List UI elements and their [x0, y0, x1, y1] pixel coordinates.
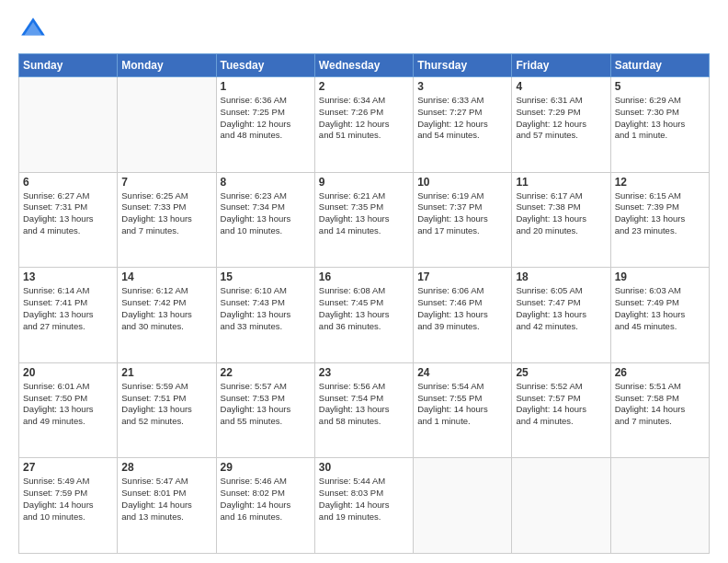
calendar-cell [118, 77, 216, 173]
day-number: 15 [221, 270, 311, 283]
day-info: Sunrise: 6:29 AM Sunset: 7:30 PM Dayligh… [615, 95, 705, 142]
day-info: Sunrise: 6:01 AM Sunset: 7:50 PM Dayligh… [23, 381, 113, 428]
calendar-cell: 29Sunrise: 5:46 AM Sunset: 8:02 PM Dayli… [216, 458, 314, 554]
calendar-cell: 21Sunrise: 5:59 AM Sunset: 7:51 PM Dayli… [118, 362, 216, 458]
calendar-week-row: 13Sunrise: 6:14 AM Sunset: 7:41 PM Dayli… [19, 268, 710, 363]
weekday-header: Saturday [610, 54, 709, 77]
calendar-cell: 24Sunrise: 5:54 AM Sunset: 7:55 PM Dayli… [414, 362, 512, 458]
day-info: Sunrise: 6:06 AM Sunset: 7:46 PM Dayligh… [417, 285, 507, 332]
day-info: Sunrise: 5:44 AM Sunset: 8:03 PM Dayligh… [319, 476, 409, 523]
calendar-week-row: 27Sunrise: 5:49 AM Sunset: 7:59 PM Dayli… [19, 458, 710, 554]
calendar-cell: 28Sunrise: 5:47 AM Sunset: 8:01 PM Dayli… [118, 458, 216, 554]
calendar-cell [19, 77, 118, 173]
calendar-week-row: 1Sunrise: 6:36 AM Sunset: 7:25 PM Daylig… [19, 77, 710, 173]
calendar-cell: 26Sunrise: 5:51 AM Sunset: 7:58 PM Dayli… [610, 362, 709, 458]
day-number: 30 [319, 461, 409, 474]
day-number: 21 [121, 366, 211, 379]
day-number: 24 [417, 366, 507, 379]
logo [18, 15, 51, 44]
day-info: Sunrise: 5:54 AM Sunset: 7:55 PM Dayligh… [417, 381, 507, 428]
day-number: 28 [121, 461, 211, 474]
calendar-cell: 12Sunrise: 6:15 AM Sunset: 7:39 PM Dayli… [610, 172, 709, 268]
calendar-cell: 8Sunrise: 6:23 AM Sunset: 7:34 PM Daylig… [216, 172, 314, 268]
calendar-cell: 5Sunrise: 6:29 AM Sunset: 7:30 PM Daylig… [610, 77, 709, 173]
day-number: 1 [221, 80, 311, 93]
day-info: Sunrise: 6:36 AM Sunset: 7:25 PM Dayligh… [221, 95, 311, 142]
day-number: 27 [23, 461, 113, 474]
day-number: 25 [516, 366, 606, 379]
calendar: SundayMondayTuesdayWednesdayThursdayFrid… [18, 53, 710, 554]
calendar-week-row: 20Sunrise: 6:01 AM Sunset: 7:50 PM Dayli… [19, 362, 710, 458]
day-number: 17 [417, 270, 507, 283]
day-info: Sunrise: 5:59 AM Sunset: 7:51 PM Dayligh… [121, 381, 211, 428]
calendar-cell: 11Sunrise: 6:17 AM Sunset: 7:38 PM Dayli… [512, 172, 610, 268]
day-info: Sunrise: 6:08 AM Sunset: 7:45 PM Dayligh… [319, 285, 409, 332]
day-info: Sunrise: 6:25 AM Sunset: 7:33 PM Dayligh… [121, 190, 211, 237]
day-info: Sunrise: 6:03 AM Sunset: 7:49 PM Dayligh… [615, 285, 705, 332]
calendar-cell: 27Sunrise: 5:49 AM Sunset: 7:59 PM Dayli… [19, 458, 118, 554]
day-number: 13 [23, 270, 113, 283]
weekday-header: Friday [512, 54, 610, 77]
calendar-cell: 1Sunrise: 6:36 AM Sunset: 7:25 PM Daylig… [216, 77, 314, 173]
day-number: 8 [221, 176, 311, 189]
calendar-cell: 19Sunrise: 6:03 AM Sunset: 7:49 PM Dayli… [610, 268, 709, 363]
day-info: Sunrise: 5:46 AM Sunset: 8:02 PM Dayligh… [221, 476, 311, 523]
calendar-cell: 7Sunrise: 6:25 AM Sunset: 7:33 PM Daylig… [118, 172, 216, 268]
day-info: Sunrise: 6:27 AM Sunset: 7:31 PM Dayligh… [23, 190, 113, 237]
calendar-cell: 4Sunrise: 6:31 AM Sunset: 7:29 PM Daylig… [512, 77, 610, 173]
calendar-cell: 13Sunrise: 6:14 AM Sunset: 7:41 PM Dayli… [19, 268, 118, 363]
day-info: Sunrise: 5:57 AM Sunset: 7:53 PM Dayligh… [221, 381, 311, 428]
day-info: Sunrise: 6:19 AM Sunset: 7:37 PM Dayligh… [417, 190, 507, 237]
day-info: Sunrise: 6:17 AM Sunset: 7:38 PM Dayligh… [516, 190, 606, 237]
day-info: Sunrise: 6:23 AM Sunset: 7:34 PM Dayligh… [221, 190, 311, 237]
day-info: Sunrise: 6:05 AM Sunset: 7:47 PM Dayligh… [516, 285, 606, 332]
header [18, 15, 710, 44]
day-number: 9 [319, 176, 409, 189]
calendar-cell: 17Sunrise: 6:06 AM Sunset: 7:46 PM Dayli… [414, 268, 512, 363]
day-info: Sunrise: 5:49 AM Sunset: 7:59 PM Dayligh… [23, 476, 113, 523]
day-number: 11 [516, 176, 606, 189]
day-number: 12 [615, 176, 705, 189]
day-number: 29 [221, 461, 311, 474]
calendar-cell: 25Sunrise: 5:52 AM Sunset: 7:57 PM Dayli… [512, 362, 610, 458]
day-number: 10 [417, 176, 507, 189]
calendar-cell: 18Sunrise: 6:05 AM Sunset: 7:47 PM Dayli… [512, 268, 610, 363]
day-info: Sunrise: 6:12 AM Sunset: 7:42 PM Dayligh… [121, 285, 211, 332]
logo-icon [18, 15, 48, 44]
weekday-header-row: SundayMondayTuesdayWednesdayThursdayFrid… [19, 54, 710, 77]
weekday-header: Tuesday [216, 54, 314, 77]
day-info: Sunrise: 6:15 AM Sunset: 7:39 PM Dayligh… [615, 190, 705, 237]
day-info: Sunrise: 5:52 AM Sunset: 7:57 PM Dayligh… [516, 381, 606, 428]
day-number: 19 [615, 270, 705, 283]
day-number: 22 [221, 366, 311, 379]
weekday-header: Monday [118, 54, 216, 77]
calendar-cell: 2Sunrise: 6:34 AM Sunset: 7:26 PM Daylig… [314, 77, 413, 173]
weekday-header: Thursday [414, 54, 512, 77]
day-number: 3 [417, 80, 507, 93]
calendar-cell: 6Sunrise: 6:27 AM Sunset: 7:31 PM Daylig… [19, 172, 118, 268]
calendar-cell: 30Sunrise: 5:44 AM Sunset: 8:03 PM Dayli… [314, 458, 413, 554]
day-number: 7 [121, 176, 211, 189]
calendar-cell: 20Sunrise: 6:01 AM Sunset: 7:50 PM Dayli… [19, 362, 118, 458]
day-info: Sunrise: 6:14 AM Sunset: 7:41 PM Dayligh… [23, 285, 113, 332]
day-info: Sunrise: 5:56 AM Sunset: 7:54 PM Dayligh… [319, 381, 409, 428]
calendar-cell: 3Sunrise: 6:33 AM Sunset: 7:27 PM Daylig… [414, 77, 512, 173]
day-number: 26 [615, 366, 705, 379]
day-info: Sunrise: 5:51 AM Sunset: 7:58 PM Dayligh… [615, 381, 705, 428]
calendar-cell: 9Sunrise: 6:21 AM Sunset: 7:35 PM Daylig… [314, 172, 413, 268]
calendar-cell: 15Sunrise: 6:10 AM Sunset: 7:43 PM Dayli… [216, 268, 314, 363]
day-number: 2 [319, 80, 409, 93]
calendar-cell [610, 458, 709, 554]
weekday-header: Sunday [19, 54, 118, 77]
day-number: 20 [23, 366, 113, 379]
calendar-cell: 23Sunrise: 5:56 AM Sunset: 7:54 PM Dayli… [314, 362, 413, 458]
calendar-cell: 22Sunrise: 5:57 AM Sunset: 7:53 PM Dayli… [216, 362, 314, 458]
day-info: Sunrise: 6:10 AM Sunset: 7:43 PM Dayligh… [221, 285, 311, 332]
page: SundayMondayTuesdayWednesdayThursdayFrid… [0, 0, 728, 563]
calendar-cell: 14Sunrise: 6:12 AM Sunset: 7:42 PM Dayli… [118, 268, 216, 363]
calendar-cell [512, 458, 610, 554]
calendar-cell: 16Sunrise: 6:08 AM Sunset: 7:45 PM Dayli… [314, 268, 413, 363]
weekday-header: Wednesday [314, 54, 413, 77]
day-info: Sunrise: 6:31 AM Sunset: 7:29 PM Dayligh… [516, 95, 606, 142]
calendar-week-row: 6Sunrise: 6:27 AM Sunset: 7:31 PM Daylig… [19, 172, 710, 268]
